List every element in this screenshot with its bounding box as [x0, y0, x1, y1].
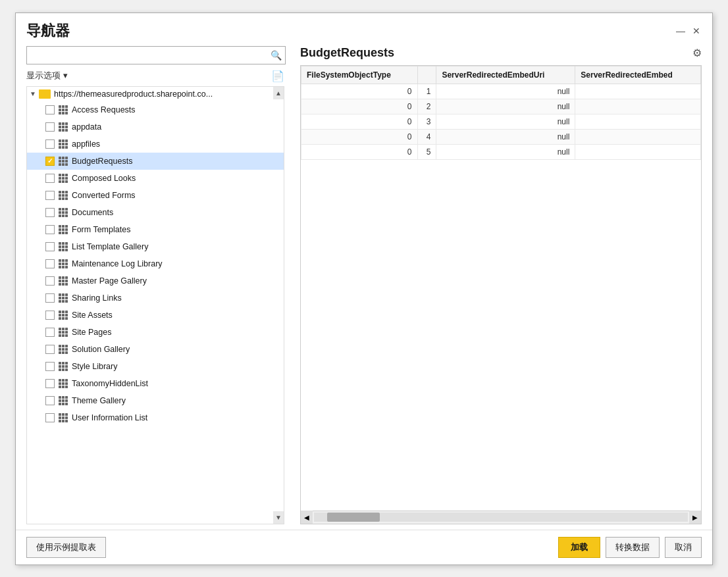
- cell-3-1: 4: [417, 129, 436, 144]
- list-item-master-page-gallery[interactable]: Master Page Gallery: [27, 272, 284, 289]
- close-button[interactable]: ✕: [691, 26, 702, 36]
- list-item-list-template-gallery[interactable]: List Template Gallery: [27, 238, 284, 255]
- scroll-right-button[interactable]: ▶: [689, 511, 701, 524]
- item-label-form-templates: Form Templates: [72, 225, 130, 234]
- checkbox-maintenance-log-library[interactable]: [45, 259, 55, 268]
- list-item-sharing-links[interactable]: Sharing Links: [27, 289, 284, 307]
- table-row-4: 05null: [301, 144, 701, 159]
- checkbox-budget-requests[interactable]: [45, 157, 55, 166]
- list-icon-composed-looks: [58, 174, 68, 183]
- scroll-left-button[interactable]: ◀: [301, 511, 313, 524]
- list-icon-documents: [58, 208, 68, 217]
- table-row-2: 03null: [301, 114, 701, 129]
- checkbox-converted-forms[interactable]: [45, 191, 55, 200]
- minimize-button[interactable]: —: [675, 26, 686, 36]
- table-header-col-0: FileSystemObjectType: [301, 66, 418, 84]
- data-table-wrapper[interactable]: FileSystemObjectTypeServerRedirectedEmbe…: [300, 65, 702, 511]
- list-items-container: Access RequestsappdataappfilesBudgetRequ…: [27, 101, 284, 426]
- checkbox-master-page-gallery[interactable]: [45, 276, 55, 286]
- checkbox-appdata[interactable]: [45, 122, 55, 132]
- cell-0-3: [575, 84, 701, 99]
- checkbox-appfiles[interactable]: [45, 139, 55, 149]
- scroll-down-button[interactable]: ▼: [273, 511, 284, 524]
- tree-root-item[interactable]: ▼ https://themeasuredproduct.sharepoint.…: [27, 87, 284, 101]
- list-item-style-library[interactable]: Style Library: [27, 358, 284, 375]
- list-item-site-assets[interactable]: Site Assets: [27, 307, 284, 324]
- item-label-site-assets: Site Assets: [72, 311, 113, 320]
- table-header-col-1: [417, 66, 436, 84]
- dialog-title: 导航器: [26, 21, 70, 41]
- load-button[interactable]: 加载: [558, 537, 600, 558]
- list-icon-user-information-list: [58, 413, 68, 422]
- checkbox-list-template-gallery[interactable]: [45, 242, 55, 251]
- item-label-style-library: Style Library: [72, 362, 117, 371]
- right-panel-title: BudgetRequests: [300, 46, 394, 60]
- list-icon-site-pages: [58, 328, 68, 337]
- list-item-taxonomy-hidden-list[interactable]: TaxonomyHiddenList: [27, 375, 284, 392]
- list-icon-master-page-gallery: [58, 276, 68, 286]
- left-panel: 🔍 显示选项 ▾ 📄 ▼ https://themeasuredproduct.…: [26, 46, 290, 524]
- cell-4-0: 0: [301, 144, 418, 159]
- list-icon-theme-gallery: [58, 396, 68, 405]
- display-options-row: 显示选项 ▾ 📄: [26, 70, 284, 82]
- checkbox-sharing-links[interactable]: [45, 293, 55, 303]
- cell-2-3: [575, 114, 701, 129]
- item-label-solution-gallery: Solution Gallery: [72, 345, 130, 354]
- list-item-site-pages[interactable]: Site Pages: [27, 324, 284, 341]
- table-row-0: 01null: [301, 84, 701, 99]
- list-item-form-templates[interactable]: Form Templates: [27, 221, 284, 238]
- table-header: FileSystemObjectTypeServerRedirectedEmbe…: [301, 66, 701, 84]
- checkbox-style-library[interactable]: [45, 362, 55, 371]
- table-header-col-3: ServerRedirectedEmbed: [575, 66, 701, 84]
- list-item-converted-forms[interactable]: Converted Forms: [27, 187, 284, 204]
- list-item-documents[interactable]: Documents: [27, 204, 284, 221]
- checkbox-form-templates[interactable]: [45, 225, 55, 234]
- footer: 使用示例提取表 加载 转换数据 取消: [16, 530, 712, 564]
- checkbox-solution-gallery[interactable]: [45, 345, 55, 354]
- display-options-label[interactable]: 显示选项 ▾: [26, 70, 68, 82]
- checkbox-composed-looks[interactable]: [45, 174, 55, 183]
- checkbox-access-requests[interactable]: [45, 105, 55, 114]
- transform-button[interactable]: 转换数据: [606, 537, 660, 558]
- checkbox-site-assets[interactable]: [45, 311, 55, 320]
- refresh-button[interactable]: 📄: [271, 70, 284, 82]
- cell-2-0: 0: [301, 114, 418, 129]
- right-panel: BudgetRequests ⚙ FileSystemObjectTypeSer…: [290, 46, 702, 524]
- list-item-maintenance-log-library[interactable]: Maintenance Log Library: [27, 255, 284, 272]
- item-label-master-page-gallery: Master Page Gallery: [72, 276, 147, 286]
- tree-container[interactable]: ▼ https://themeasuredproduct.sharepoint.…: [26, 86, 284, 524]
- scroll-track[interactable]: [314, 513, 688, 522]
- horizontal-scrollbar[interactable]: ◀ ▶: [300, 511, 702, 524]
- window-controls: — ✕: [675, 26, 702, 36]
- list-item-appfiles[interactable]: appfiles: [27, 136, 284, 153]
- folder-icon: [39, 89, 51, 99]
- item-label-theme-gallery: Theme Gallery: [72, 396, 126, 405]
- list-icon-budget-requests: [58, 157, 68, 166]
- navigator-dialog: 导航器 — ✕ 🔍 显示选项 ▾ 📄 ▼: [15, 13, 713, 565]
- list-item-user-information-list[interactable]: User Information List: [27, 409, 284, 426]
- cell-0-1: 1: [417, 84, 436, 99]
- list-item-access-requests[interactable]: Access Requests: [27, 101, 284, 118]
- list-item-budget-requests[interactable]: BudgetRequests: [27, 153, 284, 170]
- list-item-theme-gallery[interactable]: Theme Gallery: [27, 392, 284, 409]
- list-item-solution-gallery[interactable]: Solution Gallery: [27, 341, 284, 358]
- search-input[interactable]: [26, 46, 286, 64]
- list-item-appdata[interactable]: appdata: [27, 118, 284, 136]
- cell-4-1: 5: [417, 144, 436, 159]
- item-label-user-information-list: User Information List: [72, 413, 147, 422]
- scroll-up-button[interactable]: ▲: [273, 87, 284, 99]
- checkbox-site-pages[interactable]: [45, 328, 55, 337]
- checkbox-documents[interactable]: [45, 208, 55, 217]
- cell-0-2: null: [436, 84, 575, 99]
- cancel-button[interactable]: 取消: [665, 537, 702, 558]
- checkbox-user-information-list[interactable]: [45, 413, 55, 422]
- checkbox-taxonomy-hidden-list[interactable]: [45, 379, 55, 388]
- item-label-converted-forms: Converted Forms: [72, 191, 136, 200]
- scroll-thumb: [327, 513, 380, 522]
- settings-button[interactable]: ⚙: [692, 47, 702, 59]
- search-button[interactable]: 🔍: [267, 47, 284, 64]
- item-label-access-requests: Access Requests: [72, 105, 136, 114]
- example-button[interactable]: 使用示例提取表: [26, 537, 106, 558]
- checkbox-theme-gallery[interactable]: [45, 396, 55, 405]
- list-item-composed-looks[interactable]: Composed Looks: [27, 170, 284, 187]
